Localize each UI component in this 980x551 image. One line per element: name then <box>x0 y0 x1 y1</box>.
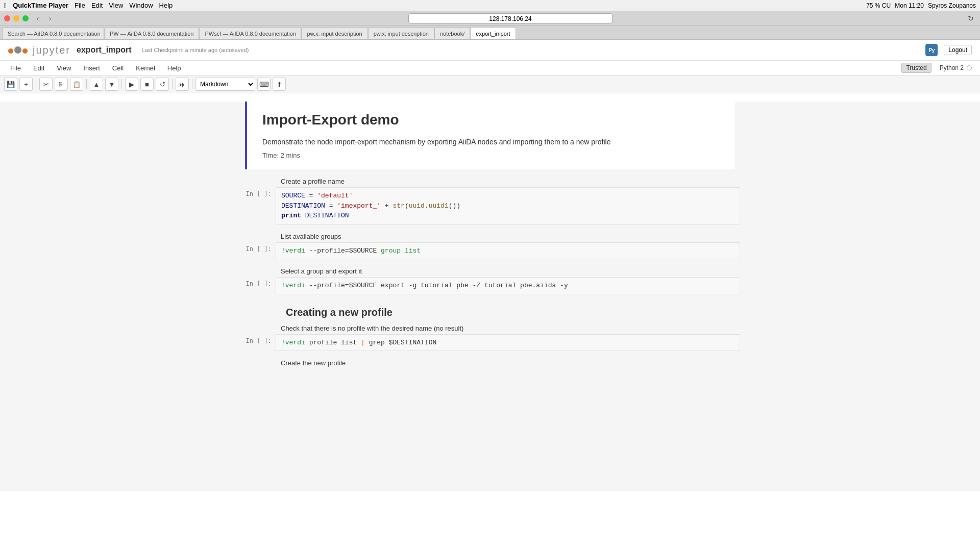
copy-button[interactable]: ⎘ <box>55 78 68 91</box>
jupyter-logo-circles <box>8 46 28 54</box>
notebook-time: Time: 2 mins <box>262 152 720 159</box>
tab-4[interactable]: pw.x: input description <box>368 27 434 39</box>
cell-code-3[interactable]: !verdi --profile=$SOURCE export -g tutor… <box>276 277 740 294</box>
add-cell-button[interactable]: + <box>19 78 33 91</box>
toolbar-separator-3 <box>121 79 122 89</box>
jupyter-logo-area: jupyter export_import Last Checkpoint: a… <box>8 44 249 56</box>
label-create-new-profile: Create the new profile <box>240 359 740 367</box>
code-line-6: !verdi profile list | grep $DESTINATION <box>281 338 734 348</box>
restart-button[interactable]: ↺ <box>156 78 169 91</box>
cpu-usage: 75 % CU <box>866 2 891 9</box>
menu-window[interactable]: Window <box>129 2 153 9</box>
intro-markdown-cell: Import-Export demo Demonstrate the node … <box>245 102 735 169</box>
code-cell-2: In [ ]: !verdi --profile=$SOURCE group l… <box>240 242 740 260</box>
code-line-2: DESTINATION = 'imexport_' + str(uuid.uui… <box>281 201 734 211</box>
toolbar-separator-2 <box>86 79 87 89</box>
menubar-left:  QuickTime Player File Edit View Window… <box>4 2 173 10</box>
address-bar[interactable]: 128.178.106.24 <box>408 13 612 23</box>
jupyter-menu: File Edit View Insert Cell Kernel Help T… <box>0 61 980 76</box>
jupyter-header: jupyter export_import Last Checkpoint: a… <box>0 40 980 61</box>
code-line-5: !verdi --profile=$SOURCE export -g tutor… <box>281 281 734 291</box>
run-button[interactable]: ▶ <box>125 78 138 91</box>
logo-circle-1 <box>8 48 13 54</box>
menu-view[interactable]: View <box>109 2 123 9</box>
browser: ‹ › 128.178.106.24 ↻ Search — AiIDA 0.8.… <box>0 11 980 40</box>
cell-prompt-3: In [ ]: <box>240 277 276 287</box>
cell-type-select[interactable]: Markdown Code Raw NBConvert Heading <box>195 78 255 91</box>
menu-cell[interactable]: Cell <box>110 63 126 73</box>
logout-button[interactable]: Logout <box>944 45 972 55</box>
datetime: Mon 11:20 <box>895 2 924 9</box>
tab-6[interactable]: export_import <box>470 27 516 39</box>
traffic-lights <box>4 15 29 21</box>
refresh-button[interactable]: ↻ <box>966 13 976 23</box>
notebook-content: Import-Export demo Demonstrate the node … <box>0 102 980 491</box>
menu-file[interactable]: File <box>75 2 85 9</box>
cell-code-4[interactable]: !verdi profile list | grep $DESTINATION <box>276 334 740 352</box>
tab-0[interactable]: Search — AiIDA 0.8.0 documentation <box>2 27 104 39</box>
apple-icon:  <box>4 2 7 10</box>
label-check-profile: Check that there is no profile with the … <box>240 324 740 332</box>
toolbar-separator-4 <box>172 79 173 89</box>
tab-3[interactable]: pw.x: input description <box>301 27 368 39</box>
cell-prompt-4: In [ ]: <box>240 334 276 344</box>
menu-help[interactable]: Help <box>165 63 183 73</box>
notebook-name[interactable]: export_import <box>77 45 132 55</box>
notebook-wrapper: jupyter export_import Last Checkpoint: a… <box>0 40 980 551</box>
back-button[interactable]: ‹ <box>33 13 43 23</box>
username: Spyros Zoupanos <box>928 2 976 9</box>
cell-code-2[interactable]: !verdi --profile=$SOURCE group list <box>276 242 740 260</box>
code-line-3: print DESTINATION <box>281 211 734 221</box>
code-line-1: SOURCE = 'default' <box>281 191 734 201</box>
menu-insert[interactable]: Insert <box>81 63 102 73</box>
close-button[interactable] <box>4 15 10 21</box>
minimize-button[interactable] <box>13 15 19 21</box>
section-heading-text: Creating a new profile <box>286 307 735 318</box>
tab-5[interactable]: notebook/ <box>434 27 470 39</box>
browser-nav: ‹ › <box>33 13 55 23</box>
label-list-groups: List available groups <box>240 233 740 240</box>
tab-2[interactable]: PWscf — AiIDA 0.8.0 documentation <box>199 27 301 39</box>
save-button[interactable]: 💾 <box>4 78 17 91</box>
move-up-button[interactable]: ▲ <box>90 78 103 91</box>
cell-code-1[interactable]: SOURCE = 'default' DESTINATION = 'imexpo… <box>276 187 740 224</box>
jupyter-logo: jupyter <box>8 44 70 56</box>
checkpoint-text: Last Checkpoint: a minute ago (autosaved… <box>142 47 249 53</box>
cell-prompt-1: In [ ]: <box>240 187 276 197</box>
cut-button[interactable]: ✂ <box>39 78 53 91</box>
fast-forward-button[interactable]: ⏭ <box>176 78 189 91</box>
kernel-name: Python 2 <box>940 64 964 71</box>
menu-kernel[interactable]: Kernel <box>134 63 157 73</box>
move-down-button[interactable]: ▼ <box>105 78 118 91</box>
bottom-spacer <box>0 369 980 471</box>
keyboard-shortcut-button[interactable]: ⌨ <box>257 78 271 91</box>
jupyter-header-right: Py Logout <box>925 44 972 56</box>
toolbar-separator-1 <box>36 79 36 89</box>
logo-circle-3 <box>22 48 28 54</box>
menu-edit[interactable]: Edit <box>31 63 46 73</box>
toolbar-separator-5 <box>192 79 192 89</box>
paste-button[interactable]: 📋 <box>70 78 83 91</box>
menu-help[interactable]: Help <box>159 2 173 9</box>
kernel-status-dot <box>967 65 972 70</box>
jupyter-toolbar: 💾 + ✂ ⎘ 📋 ▲ ▼ ▶ ■ ↺ ⏭ Markdown Code Raw … <box>0 76 980 93</box>
code-cell-3: In [ ]: !verdi --profile=$SOURCE export … <box>240 277 740 294</box>
menubar-right: 75 % CU Mon 11:20 Spyros Zoupanos <box>866 2 976 9</box>
browser-tabs: Search — AiIDA 0.8.0 documentation PW — … <box>0 26 980 40</box>
forward-button[interactable]: › <box>45 13 55 23</box>
menu-file[interactable]: File <box>8 63 23 73</box>
menu-edit[interactable]: Edit <box>91 2 103 9</box>
trusted-badge[interactable]: Trusted <box>901 63 931 73</box>
label-select-export: Select a group and export it <box>240 267 740 275</box>
stop-button[interactable]: ■ <box>140 78 154 91</box>
menu-view[interactable]: View <box>55 63 73 73</box>
tab-1[interactable]: PW — AiIDA 0.8.0 documentation <box>104 27 199 39</box>
label-create-profile-name: Create a profile name <box>240 178 740 185</box>
notebook-title: Import-Export demo <box>262 112 720 128</box>
macos-menubar:  QuickTime Player File Edit View Window… <box>0 0 980 11</box>
maximize-button[interactable] <box>22 15 29 21</box>
expand-button[interactable]: ⬆ <box>273 78 286 91</box>
kernel-indicator: Python 2 <box>940 64 972 71</box>
code-line-4: !verdi --profile=$SOURCE group list <box>281 246 734 256</box>
app-name: QuickTime Player <box>13 2 68 9</box>
